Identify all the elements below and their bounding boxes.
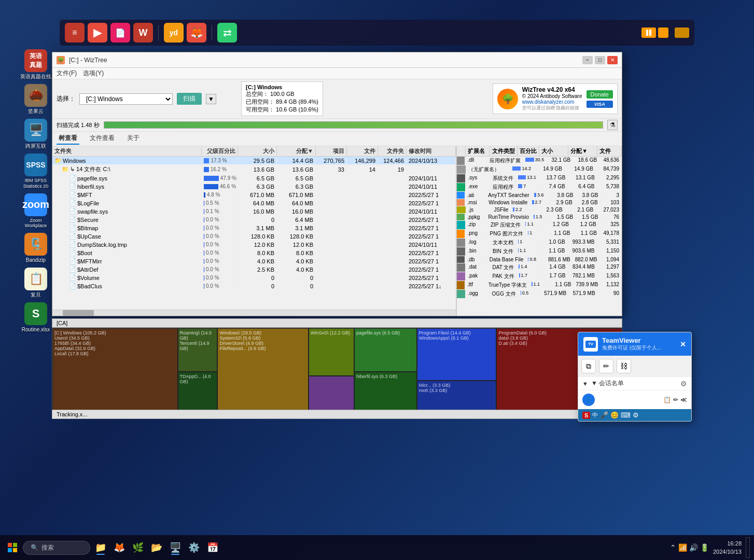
table-row[interactable]: 📄 hiberfil.sys 46.6 % 6.3 GB 6.3 GB 2024… <box>52 183 456 191</box>
taskbar-app-calendar[interactable]: 📅 <box>204 539 221 556</box>
ext-table-row[interactable]: .ati AnyTXT Searcher 3.6 3.8 GB 3.8 GB 3 <box>457 192 622 199</box>
tray-volume[interactable]: 🔊 <box>689 543 698 552</box>
tv-edit-button[interactable]: ✏ <box>599 359 613 373</box>
treemap-block-winsxs[interactable]: WinSxS\ (12.2 GB) <box>309 328 354 376</box>
tv-close-button[interactable]: ✕ <box>680 340 686 348</box>
scan-button[interactable]: 扫描 <box>177 93 202 105</box>
treemap-block-windows[interactable]: [C:] Windows (105.2 GB)Users\ (34.5 GB)1… <box>52 328 178 415</box>
treemap-block-pagefile[interactable]: pagefile.sys (6.5 GB) <box>354 328 417 372</box>
ext-table-row[interactable]: .dat DAT 文件 1.4 1.4 GB 834.4 MB 1,297 <box>457 263 622 272</box>
app-mailtab[interactable]: ▶ <box>88 23 107 43</box>
taskbar-app-git[interactable]: 🌿 <box>130 539 146 556</box>
tv-ime-icon[interactable]: S <box>582 412 590 419</box>
app-hamburger[interactable]: ≡ <box>65 23 85 43</box>
table-row[interactable]: 📄 $LogFile 0.5 % 64.0 MB 64.0 MB 2022/5/… <box>52 199 456 207</box>
ext-table-row[interactable]: .log 文本文档 1 1.0 GB 993.3 MB 5,331 <box>457 239 622 247</box>
eth-pct[interactable]: 百分比 <box>518 146 539 156</box>
ext-table-row[interactable]: .exe 应用程序 7 7.4 GB 6.4 GB 5,738 <box>457 183 622 192</box>
tv-chain-button[interactable]: ⛓ <box>617 359 631 373</box>
th-alloc[interactable]: 分配▼ <box>277 146 316 156</box>
ext-table-row[interactable]: .db Data Base File 0.8 881.6 MB 882.0 MB… <box>457 256 622 263</box>
eth-alloc[interactable]: 分配▼ <box>568 146 597 156</box>
eth-files[interactable]: 文件 <box>597 146 622 156</box>
tray-network[interactable]: 📶 <box>678 543 687 552</box>
taskbar-search[interactable]: 🔍 搜索 <box>23 541 90 555</box>
tab-file-view[interactable]: 文件查看 <box>88 133 117 145</box>
eth-ext[interactable]: 扩展名 <box>466 146 490 156</box>
tv-gear-button[interactable]: ⚙ <box>680 380 687 388</box>
table-row[interactable]: 📄 $MFTMirr 0.0 % 4.0 KB 4.0 KB 2022/5/27… <box>52 257 456 265</box>
tray-battery[interactable]: 🔋 <box>700 543 709 552</box>
tv-action-1[interactable]: 📋 <box>663 396 671 403</box>
treemap-block-programfiles[interactable]: Program Files\ (14.4 GB)WindowsApps\ (8.… <box>417 328 497 381</box>
th-modified[interactable]: 修改时间 <box>407 146 456 156</box>
app-doc[interactable]: 📄 <box>110 23 130 43</box>
table-row[interactable]: 📄 $AttrDef 0.0 % 2.5 KB 4.0 KB 2022/5/27… <box>52 265 456 274</box>
table-row[interactable]: 📄 $Volume 0.0 % 0 0 2022/5/27 1 <box>52 274 456 282</box>
ext-table-row[interactable]: .sys 系统文件 13.1 13.7 GB 13.1 GB 2,295 <box>457 174 622 183</box>
app-nutstore[interactable]: 🌰 坚果云 <box>18 84 53 115</box>
tab-about[interactable]: 关于 <box>125 133 142 145</box>
app-fire[interactable]: 🦊 <box>187 23 206 43</box>
tv-copy-button[interactable]: ⧉ <box>581 359 596 373</box>
tv-ime-keyboard[interactable]: ⌨ <box>621 411 631 419</box>
app-spss[interactable]: SPSS IBM SPSSStatistics 20 <box>18 153 53 189</box>
th-items[interactable]: 项目 <box>316 146 347 156</box>
table-row[interactable]: 📄 swapfile.sys 0.1 % 16.0 MB 16.0 MB 202… <box>52 207 456 216</box>
app-zoom[interactable]: zoom ZoomWorkplace <box>18 193 53 229</box>
app-word[interactable]: W <box>133 23 153 43</box>
tv-sessions-label[interactable]: ▼ 会话名单 <box>591 379 624 388</box>
ext-table-row[interactable]: .msi Windows Installe 2.7 2.9 GB 2.8 GB … <box>457 199 622 206</box>
filter-button[interactable]: ▼ <box>206 94 216 104</box>
table-row[interactable]: 📄 DumpStack.log.tmp 0.0 % 12.0 KB 12.0 K… <box>52 241 456 249</box>
ext-table-row[interactable]: .bin BIN 文件 1.1 1.1 GB 903.6 MB 1,150 <box>457 247 622 256</box>
ext-table-row[interactable]: （无扩展名） 14.2 14.9 GB 14.9 GB 84,739 <box>457 165 622 174</box>
scrollbar-thumb[interactable] <box>63 310 94 316</box>
menu-options[interactable]: 选项(Y) <box>83 69 104 78</box>
tv-action-3[interactable]: ≪ <box>680 396 687 403</box>
th-pct[interactable]: 父级百分比 <box>202 146 238 156</box>
app-routine[interactable]: S Routine.xlsx <box>18 302 53 333</box>
taskbar-app-firefox[interactable]: 🦊 <box>111 539 128 556</box>
taskbar-app-teamviewer[interactable]: 🖥️ <box>167 539 184 556</box>
app-bandizip[interactable]: 🗜️ Bandizip <box>18 233 53 263</box>
ext-table-row[interactable]: .ppkg RunTime Provisio 1.5 1.5 GB 1.5 GB… <box>457 214 622 221</box>
ext-table-row[interactable]: .dll 应用程序扩展 30.5 32.1 GB 18.6 GB 48,636 <box>457 157 622 165</box>
treemap-block-hiberfil[interactable]: hiberfil.sys (6.3 GB) <box>354 372 417 415</box>
taskbar-time[interactable]: 16:28 2024/10/13 <box>713 539 742 556</box>
close-button[interactable]: ✕ <box>607 56 618 64</box>
ext-table-row[interactable]: .js JSFile 2.2 2.3 GB 2.1 GB 27,023 <box>457 206 622 214</box>
app-fudan[interactable]: 📋 复旦 <box>18 268 53 298</box>
ext-table-row[interactable]: .zip ZIP 压缩文件 1.1 1.2 GB 1.2 GB 325 <box>457 221 622 230</box>
ext-table-row[interactable]: .ogg OGG 文件 0.5 571.9 MB 571.9 MB 90 <box>457 290 622 299</box>
table-row[interactable]: 📄 $MFT 4.8 % 671.0 MB 671.0 MB 2022/5/27… <box>52 191 456 199</box>
th-folder[interactable]: 文件夹 <box>52 146 202 156</box>
table-row[interactable]: 📁 Windows 17.3 % 29.5 GB 14.4 GB 270,765… <box>52 157 456 165</box>
ext-table-row[interactable]: .ttf TrueType 字体文 1.1 1.1 GB 739.9 MB 1,… <box>457 281 622 290</box>
ext-table-row[interactable]: .png PNG 图片文件 1 1.1 GB 1.1 GB 49,178 <box>457 230 622 239</box>
tv-ime-mic[interactable]: 🎤 <box>600 411 608 419</box>
table-row[interactable]: 📄 $Bitmap 0.0 % 3.1 MB 3.1 MB 2022/5/27 … <box>52 224 456 232</box>
notification-area[interactable] <box>746 537 750 558</box>
treemap-block-roaming[interactable]: Roaming\ (14.5 GB)Tencent\ (14.9 GB) <box>178 328 218 372</box>
th-files[interactable]: 文件 <box>347 146 378 156</box>
start-button[interactable] <box>4 539 21 556</box>
table-row[interactable]: 📄 $BadClus 0.0 % 0 0 2022/5/27 1↓ <box>52 282 456 290</box>
eth-size[interactable]: 大小 <box>539 146 568 156</box>
app-crossscreen[interactable]: 🖥️ 跨屏互联 <box>18 119 53 149</box>
file-table-scrollbar[interactable] <box>52 310 456 316</box>
treemap-block-tdapp[interactable]: TDAppD... (4.0 GB) <box>178 372 218 415</box>
app-english[interactable]: 英语真题 英语真题在线 <box>18 49 53 80</box>
topbar-file-icon[interactable] <box>675 27 689 38</box>
column-filter-button[interactable]: ⚗ <box>607 120 618 130</box>
treemap-visual[interactable]: [C:] Windows (105.2 GB)Users\ (34.5 GB)1… <box>52 328 622 416</box>
table-row[interactable]: 📁 ↳ 14 文件在 C:\ 16.2 % 13.6 GB 13.6 GB 33… <box>52 165 456 174</box>
taskbar-app-file-manager[interactable]: 📁 <box>92 539 109 556</box>
eth-type[interactable]: 文件类型 <box>490 146 518 156</box>
tray-up-arrow[interactable]: ⌃ <box>670 543 676 552</box>
minimize-button[interactable]: − <box>582 56 593 64</box>
drive-selector[interactable]: [C:] Windows <box>79 93 173 105</box>
donate-button[interactable]: Donate <box>587 90 613 99</box>
th-size[interactable]: 大小 <box>238 146 277 156</box>
table-row[interactable]: 📄 pagefile.sys 47.9 % 6.5 GB 6.5 GB 2024… <box>52 174 456 183</box>
